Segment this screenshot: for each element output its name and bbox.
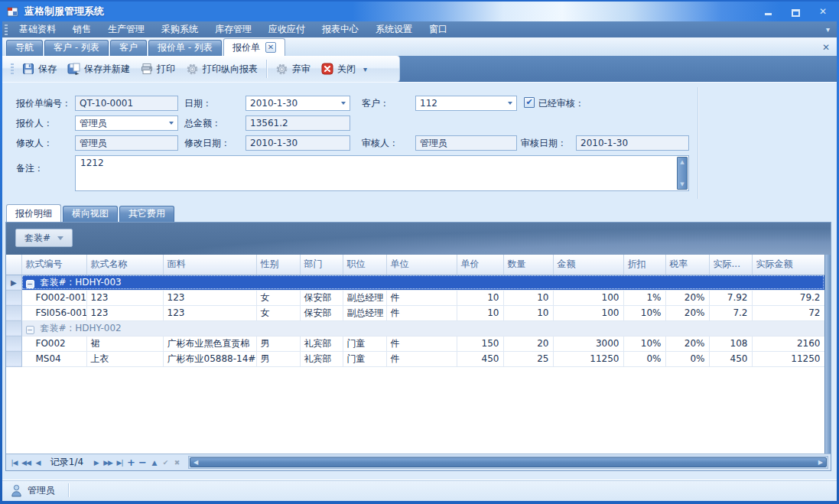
menu-item-reports[interactable]: 报表中心	[314, 21, 367, 37]
detail-table: 款式编号 款式名称 面料 性别 部门 职位 单位 单价 数量 金额 折扣 税率	[6, 255, 824, 367]
chevron-down-icon[interactable]	[508, 102, 512, 105]
tab-quote-detail[interactable]: 报价明细	[6, 204, 61, 222]
scroll-right-icon[interactable]: ▶	[818, 459, 823, 466]
column-header[interactable]: 单价	[457, 255, 503, 275]
chevron-down-icon[interactable]	[169, 122, 174, 125]
table-row[interactable]: FO002 裙 广彬布业黑色直贡棉 男 礼宾部 门童 件 150 20 3000…	[6, 336, 824, 351]
tab-navigation[interactable]: 导航	[6, 40, 43, 56]
menu-item-basic-data[interactable]: 基础资料	[11, 21, 64, 37]
group-row[interactable]: −套装# : HDHY-002	[6, 320, 824, 336]
unapprove-button[interactable]: 弃审	[270, 60, 316, 79]
audit-date-field[interactable]: 2010-1-30	[576, 135, 689, 151]
minimize-icon	[765, 13, 772, 15]
column-header[interactable]: 税率	[665, 255, 709, 275]
nav-next-button[interactable]: ▶	[90, 456, 102, 470]
collapse-icon[interactable]: −	[26, 280, 34, 288]
toolbar-grip[interactable]	[11, 63, 14, 74]
nav-prev-button[interactable]: ◀	[32, 456, 44, 470]
nav-delete-button[interactable]: −	[137, 456, 148, 470]
customer-label: 客户：	[362, 96, 389, 111]
menu-overflow-arrow-icon[interactable]: ▾	[826, 25, 837, 34]
column-header[interactable]: 面料	[163, 255, 256, 275]
remark-scrollbar[interactable]: ▲ ▼	[677, 157, 688, 190]
maximize-icon	[792, 9, 800, 17]
column-header[interactable]: 单位	[386, 255, 457, 275]
nav-last-button[interactable]: ▶|	[114, 456, 125, 470]
audited-checkbox[interactable]: ✔	[524, 97, 535, 108]
tab-customer[interactable]: 客户	[110, 40, 147, 56]
tab-quotation-list[interactable]: 报价单 - 列表	[148, 40, 222, 56]
collapse-icon[interactable]: −	[26, 326, 34, 334]
menu-item-purchasing[interactable]: 采购系统	[153, 21, 206, 37]
chevron-down-icon[interactable]	[341, 102, 346, 105]
quote-no-field[interactable]: QT-10-0001	[75, 96, 178, 111]
menu-item-window[interactable]: 窗口	[421, 21, 456, 37]
toolbar-overflow-arrow-icon[interactable]: ▾	[363, 65, 367, 73]
remark-textarea[interactable]: 1212 ▲ ▼	[75, 155, 689, 191]
close-form-button[interactable]: 关闭	[316, 60, 361, 79]
column-header[interactable]: 职位	[343, 255, 386, 275]
form-divider	[698, 87, 698, 199]
column-header[interactable]: 折扣	[623, 255, 665, 275]
menu-item-payables[interactable]: 应收应付	[260, 21, 314, 37]
tabstrip-close-icon[interactable]: ✕	[822, 43, 830, 52]
menu-item-production[interactable]: 生产管理	[99, 21, 153, 37]
maximize-button[interactable]	[787, 5, 804, 18]
scroll-down-icon[interactable]: ▼	[680, 181, 684, 187]
auditor-field[interactable]: 管理员	[415, 135, 517, 151]
nav-cancel-button[interactable]: ✖	[171, 456, 183, 470]
nav-edit-button[interactable]: ▲	[148, 456, 160, 470]
nav-prev-page-button[interactable]: ◀◀	[20, 456, 32, 470]
print-portrait-report-button[interactable]: 打印纵向报表	[180, 60, 263, 79]
save-and-new-button[interactable]: 保存并新建	[62, 60, 135, 79]
close-button[interactable]: ✕	[815, 5, 831, 18]
nav-first-button[interactable]: |◀	[8, 456, 20, 470]
menu-item-inventory[interactable]: 库存管理	[206, 21, 260, 37]
row-indicator-icon: ▶	[11, 278, 17, 287]
scrollbar-thumb[interactable]: ◀ ▶	[190, 457, 827, 467]
close-icon: ✕	[819, 6, 827, 18]
table-row[interactable]: MS04 上衣 广彬布业05888-14#... 男 礼宾部 门童 件 450 …	[6, 351, 824, 366]
menu-item-sales[interactable]: 销售	[64, 21, 99, 37]
column-header[interactable]: 款式编号	[21, 255, 86, 275]
group-by-chip[interactable]: 套装#	[15, 229, 73, 247]
title-bar[interactable]: 蓝格制服管理系统 ✕	[0, 0, 839, 21]
minimize-button[interactable]	[759, 5, 776, 18]
tab-other-fees[interactable]: 其它费用	[119, 206, 174, 222]
grid-horizontal-scrollbar[interactable]: ◀ ▶	[188, 456, 828, 469]
column-header[interactable]: 金额	[553, 255, 623, 275]
window-controls: ✕	[759, 5, 831, 18]
table-row[interactable]: FSI056-001 123 123 女 保安部 副总经理 件 10 10 10…	[6, 305, 824, 320]
audit-date-label: 审核日期：	[521, 135, 567, 151]
column-header[interactable]: 款式名称	[86, 255, 163, 275]
scroll-left-icon[interactable]: ◀	[193, 459, 198, 466]
nav-next-page-button[interactable]: ▶▶	[102, 456, 114, 470]
group-row[interactable]: ▶ −套装# : HDHY-003	[6, 275, 824, 290]
save-button[interactable]: 保存	[17, 60, 62, 79]
menu-item-settings[interactable]: 系统设置	[367, 21, 421, 37]
quotation-form: 报价单编号： QT-10-0001 日期： 2010-1-30 客户： 112 …	[2, 82, 837, 202]
nav-append-button[interactable]: +	[125, 456, 137, 470]
print-button[interactable]: 打印	[135, 60, 180, 79]
menubar-grip[interactable]	[5, 24, 8, 35]
column-header[interactable]: 实际...	[709, 255, 752, 275]
column-header[interactable]: 部门	[300, 255, 343, 275]
quoter-combo[interactable]: 管理员	[75, 115, 178, 131]
modifier-field[interactable]: 管理员	[75, 135, 178, 151]
tab-quotation[interactable]: 报价单 ✕	[223, 38, 285, 56]
nav-post-button[interactable]: ✔	[160, 456, 171, 470]
customer-combo[interactable]: 112	[415, 96, 517, 111]
scroll-up-icon[interactable]: ▲	[680, 159, 684, 165]
column-header[interactable]: 性别	[256, 255, 300, 275]
tab-horizontal-view[interactable]: 横向视图	[63, 206, 118, 222]
column-header[interactable]: 实际金额	[752, 255, 824, 275]
total-amount-field[interactable]: 13561.2	[246, 115, 350, 131]
record-count-label: 记录1/4	[44, 456, 90, 469]
modify-date-field[interactable]: 2010-1-30	[246, 135, 350, 151]
column-header[interactable]: 数量	[503, 255, 553, 275]
table-row[interactable]: FO002-001 123 123 女 保安部 副总经理 件 10 10 100…	[6, 290, 824, 305]
date-combo[interactable]: 2010-1-30	[246, 96, 350, 111]
grid-vertical-scrollbar[interactable]	[824, 255, 831, 454]
tab-customer-list[interactable]: 客户 - 列表	[44, 40, 109, 56]
tab-close-icon[interactable]: ✕	[265, 42, 276, 53]
